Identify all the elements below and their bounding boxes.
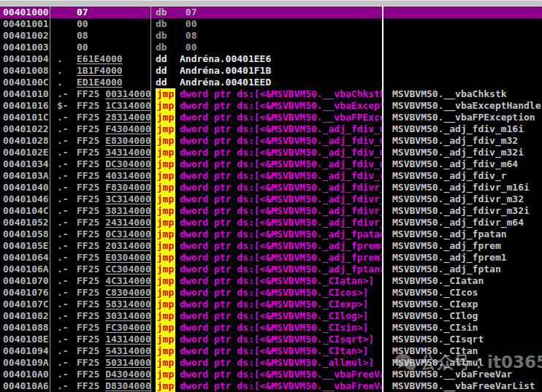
analysis-prefix: .- [57, 264, 77, 275]
hex-bytes-fixup: CC304000 [105, 264, 151, 274]
hexdump-cell: .-FF25 14314000 [50, 334, 151, 345]
disasm-row[interactable]: 0040106A .-FF25 CC304000 jmpdword ptr ds… [0, 264, 542, 275]
disasm-row[interactable]: 00401001 00 db 00 [0, 18, 542, 30]
disasm-row[interactable]: 0040109A .-FF25 50314000 jmpdword ptr ds… [0, 357, 542, 369]
comment-cell [383, 42, 542, 53]
disassembly-cell: jmpdword ptr ds:[<&MSVBVM50.__vbaChkstk>… [151, 88, 383, 100]
mnemonic: db [156, 18, 180, 30]
hex-bytes: FF25 [77, 182, 105, 193]
operands: dword ptr ds:[<&MSVBVM50._adj_fdiv_m16i>… [180, 123, 383, 134]
disasm-row[interactable]: 00401000 07 db 07 [0, 7, 542, 18]
disasm-row[interactable]: 00401004 .E61E4000 ddAndréna.00401EE6 [0, 53, 542, 65]
comment-cell [383, 30, 542, 42]
address-cell: 0040109A [0, 357, 50, 369]
hex-bytes-fixup: 3C314000 [105, 193, 151, 204]
analysis-prefix: .- [57, 228, 77, 240]
hex-bytes: FF25 [77, 275, 105, 286]
disasm-row[interactable]: 0040100C .ED1E4000 ddAndréna.00401EED [0, 77, 542, 88]
operands: dword ptr ds:[<&MSVBVM50._allmul>] [180, 357, 374, 368]
operands: Andréna.00401F1B [180, 65, 271, 76]
hex-bytes: FF25 [77, 193, 105, 204]
disasm-row[interactable]: 00401094 .-FF25 54314000 jmpdword ptr ds… [0, 345, 542, 357]
disasm-row[interactable]: 0040103A .-FF25 40314000 jmpdword ptr ds… [0, 170, 542, 182]
disasm-row[interactable]: 004010A6 .-FF25 D8304000 jmpdword ptr ds… [0, 380, 542, 392]
disasm-row[interactable]: 004010A0 .-FF25 D4304000 jmpdword ptr ds… [0, 369, 542, 380]
address-cell: 004010A0 [0, 369, 50, 380]
disasm-row[interactable]: 0040107C .-FF25 58314000 jmpdword ptr ds… [0, 299, 542, 310]
comment-cell: MSVBVM50._adj_fdiv_m16i [383, 123, 542, 135]
disasm-row[interactable]: 00401076 .-FF25 C8304000 jmpdword ptr ds… [0, 287, 542, 299]
comment-cell [383, 65, 542, 77]
disasm-row[interactable]: 00401046 .-FF25 3C314000 jmpdword ptr ds… [0, 193, 542, 205]
disasm-row[interactable]: 00401058 .-FF25 0C314000 jmpdword ptr ds… [0, 228, 542, 240]
disasm-row[interactable]: 00401008 .1B1F4000 ddAndréna.00401F1B [0, 65, 542, 77]
operands: 07 [180, 7, 196, 18]
mnemonic: jmp [156, 170, 175, 182]
disassembly-cell: jmpdword ptr ds:[<&MSVBVM50._adj_fdiv_m1… [151, 123, 383, 135]
disassembly-cell: db 07 [151, 7, 383, 18]
hex-bytes: FF25 [77, 88, 105, 99]
operands: dword ptr ds:[<&MSVBVM50._adj_fdivr_m32i… [180, 205, 383, 216]
operands: dword ptr ds:[<&MSVBVM50.__vbaFreeVarLis… [180, 380, 383, 391]
disasm-row[interactable]: 0040102E .-FF25 34314000 jmpdword ptr ds… [0, 147, 542, 158]
mnemonic: db [156, 30, 180, 42]
hex-bytes-fixup: F4304000 [105, 123, 151, 134]
mnemonic: jmp [156, 310, 175, 322]
analysis-prefix: .- [57, 205, 77, 217]
disasm-row[interactable]: 0040104C .-FF25 38314000 jmpdword ptr ds… [0, 205, 542, 217]
mnemonic: jmp [156, 380, 175, 392]
comment-cell: MSVBVM50._adj_fdiv_r [383, 170, 542, 182]
hex-bytes-fixup: 00314000 [105, 88, 151, 99]
comment-cell: MSVBVM50._CIlog [383, 310, 542, 322]
disasm-row[interactable]: 00401082 .-FF25 30314000 jmpdword ptr ds… [0, 310, 542, 322]
disasm-row[interactable]: 0040101C .-FF25 28314000 jmpdword ptr ds… [0, 112, 542, 123]
mnemonic: jmp [156, 88, 175, 100]
disasm-row[interactable]: 00401052 .-FF25 24314000 jmpdword ptr ds… [0, 217, 542, 228]
disassembly-cell: db 08 [151, 30, 383, 42]
hexdump-cell: .-FF25 E8304000 [50, 135, 151, 147]
disasm-row[interactable]: 00401034 .-FF25 DC304000 jmpdword ptr ds… [0, 158, 542, 170]
mnemonic: jmp [156, 228, 175, 240]
comment-cell: MSVBVM50._adj_fprem1 [383, 252, 542, 264]
mnemonic: jmp [156, 345, 175, 357]
disasm-row[interactable]: 00401022 .-FF25 F4304000 jmpdword ptr ds… [0, 123, 542, 135]
analysis-prefix: .- [57, 345, 77, 357]
comment-cell: MSVBVM50._CIexp [383, 299, 542, 310]
analysis-prefix: .- [57, 158, 77, 170]
disasm-row[interactable]: 0040105E .-FF25 20314000 jmpdword ptr ds… [0, 240, 542, 252]
disassembly-cell: jmpdword ptr ds:[<&MSVBVM50.__vbaFPExcep… [151, 112, 383, 123]
comment-cell: MSVBVM50._adj_fdiv_m32i [383, 147, 542, 158]
hexdump-cell: .-FF25 C8304000 [50, 287, 151, 299]
disasm-row[interactable]: 00401070 .-FF25 4C314000 jmpdword ptr ds… [0, 275, 542, 287]
hex-bytes-fixup: ED1E4000 [77, 77, 123, 88]
disasm-row[interactable]: 00401040 .-FF25 F8304000 jmpdword ptr ds… [0, 182, 542, 193]
comment-cell: MSVBVM50._CIsin [383, 322, 542, 334]
operands: dword ptr ds:[<&MSVBVM50._adj_fdivr_m64>… [180, 217, 383, 228]
toolbar-strip [0, 0, 542, 7]
hex-bytes-fixup: E61E4000 [77, 53, 123, 64]
hexdump-cell: .-FF25 F8304000 [50, 182, 151, 193]
disassembly-view: 00401000 07 db 07 00401001 00 db 00 0040… [0, 0, 542, 392]
comment-cell: MSVBVM50._adj_fprem [383, 240, 542, 252]
comment-cell: MSVBVM50.__vbaFreeVar [383, 369, 542, 380]
disasm-row[interactable]: 00401088 .-FF25 FC304000 jmpdword ptr ds… [0, 322, 542, 334]
disasm-row[interactable]: 00401002 08 db 08 [0, 30, 542, 42]
hexdump-cell: .-FF25 D8304000 [50, 380, 151, 392]
hex-bytes-fixup: D4304000 [105, 369, 151, 380]
hex-bytes-fixup: D8304000 [105, 380, 151, 391]
mnemonic: jmp [156, 334, 175, 345]
disasm-row[interactable]: 00401064 .-FF25 E0304000 jmpdword ptr ds… [0, 252, 542, 264]
hex-bytes-fixup: 30314000 [105, 310, 151, 321]
disasm-row[interactable]: 00401016 $-FF25 1C314000 jmpdword ptr ds… [0, 100, 542, 112]
comment-cell [383, 18, 542, 30]
hex-bytes-fixup: 58314000 [105, 299, 151, 310]
hex-bytes: 08 [77, 30, 88, 41]
analysis-prefix: . [57, 65, 77, 77]
disasm-row[interactable]: 00401003 00 db 00 [0, 42, 542, 53]
disassembly-cell: jmpdword ptr ds:[<&MSVBVM50._adj_fprem>] [151, 240, 383, 252]
disasm-row[interactable]: 0040108E .-FF25 14314000 jmpdword ptr ds… [0, 334, 542, 345]
mnemonic: jmp [156, 205, 175, 217]
disasm-row[interactable]: 00401028 .-FF25 E8304000 jmpdword ptr ds… [0, 135, 542, 147]
mnemonic: jmp [156, 357, 175, 369]
disasm-row[interactable]: 00401010 .-FF25 00314000 jmpdword ptr ds… [0, 88, 542, 100]
